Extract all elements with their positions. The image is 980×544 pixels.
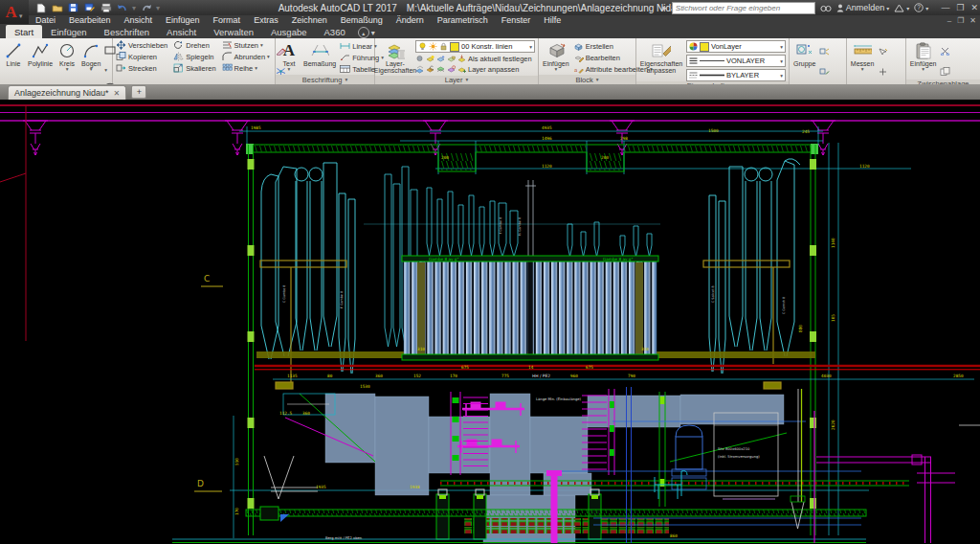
maximize-button[interactable]: ❐ [956, 3, 964, 12]
undo-caret-icon[interactable]: ▾ [132, 4, 136, 12]
undo-button[interactable] [116, 2, 128, 13]
panel-foot-layer[interactable]: Layer▾ [375, 76, 538, 84]
skalieren-button[interactable]: Skalieren [173, 63, 215, 73]
bogen-button[interactable]: Bogen▾ [80, 40, 101, 74]
doc-close-button[interactable]: ✕ [969, 16, 976, 25]
drehen-button[interactable]: Drehen [173, 40, 215, 50]
tab-ansicht[interactable]: Ansicht [158, 25, 205, 38]
reihe-button[interactable]: Reihe▾ [222, 63, 270, 73]
layer-anpassen-button[interactable]: Layer anpassen [468, 65, 519, 74]
menu-aendern[interactable]: Ändern [390, 15, 431, 25]
a360-icon[interactable]: ▾ [894, 4, 909, 12]
tab-einfuegen[interactable]: Einfügen [42, 25, 96, 38]
group-edit-icon-button[interactable] [819, 62, 830, 79]
help-search-box[interactable] [672, 2, 815, 14]
search-binoculars-icon[interactable] [820, 4, 832, 12]
color-caret-icon[interactable]: ▾ [780, 44, 783, 50]
file-tab-close-icon[interactable]: ✕ [114, 89, 121, 98]
menu-parametrisch[interactable]: Parametrisch [431, 15, 495, 25]
stutzen-button[interactable]: Stutzen▾ [222, 40, 270, 50]
kopieren-button[interactable]: Kopieren [116, 52, 167, 61]
polylinie-button[interactable]: Polylinie [27, 40, 54, 68]
panel-foot-beschriftung[interactable]: Beschriftung▾ [276, 75, 374, 84]
panel-foot-block[interactable]: Block▾ [539, 75, 635, 84]
save-button[interactable] [67, 2, 79, 13]
eigenschaften-anpassen-button[interactable]: Eigenschaften anpassen [639, 40, 683, 76]
search-input[interactable] [673, 4, 814, 12]
layer-match-icon[interactable] [415, 65, 424, 74]
text-button[interactable]: A Text▾ [278, 40, 300, 74]
quick-select-icon-button[interactable] [878, 42, 888, 59]
help-icon[interactable]: ?▾ [914, 3, 928, 12]
block-einfuegen-button[interactable]: Einfügen▾ [542, 40, 570, 74]
spiegeln-button[interactable]: Spiegeln [173, 52, 215, 61]
layer-freeze-icon[interactable] [436, 55, 445, 63]
menu-hilfe[interactable]: Hilfe [537, 15, 568, 25]
layer-combo[interactable]: 00 Konstr. linien ▾ [415, 40, 535, 53]
als-aktuell-festlegen-button[interactable]: Als aktuell festlegen [468, 55, 532, 63]
open-file-button[interactable] [51, 2, 63, 13]
doc-restore-button[interactable]: ❐ [957, 16, 964, 25]
tab-a360[interactable]: A360 [316, 25, 354, 38]
messen-button[interactable]: Messen▾ [850, 40, 876, 74]
lineweight-combo[interactable]: BYLAYER ▾ [686, 69, 786, 81]
menu-datei[interactable]: Datei [29, 15, 62, 25]
layer-isolate-icon[interactable] [426, 55, 434, 63]
layer-eigenschaften-button[interactable]: Layer-Eigenschaften [378, 40, 412, 76]
strecken-button[interactable]: Strecken [116, 63, 167, 73]
tab-ausgabe[interactable]: Ausgabe [262, 25, 316, 38]
ribbon-collapse-button[interactable]: ▴ [358, 27, 369, 38]
menu-fenster[interactable]: Fenster [495, 15, 538, 25]
layer-off-icon[interactable] [415, 55, 424, 63]
verschieben-button[interactable]: Verschieben [116, 40, 167, 50]
point-icon-button[interactable] [878, 62, 888, 79]
tab-beschriften[interactable]: Beschriften [96, 25, 159, 38]
menu-extras[interactable]: Extras [247, 15, 285, 25]
menu-bemassung[interactable]: Bemaßung [334, 15, 390, 25]
signin-control[interactable]: Anmelden ▾ [836, 3, 890, 12]
layer-combo-caret-icon[interactable]: ▾ [529, 44, 532, 50]
menu-einfuegen[interactable]: Einfügen [159, 15, 207, 25]
search-arrow-icon[interactable]: ▸ [662, 3, 667, 12]
tab-start[interactable]: Start [6, 25, 42, 38]
layer-lock-toggle-icon[interactable] [447, 55, 456, 63]
minimize-button[interactable]: — [941, 3, 949, 12]
layer-adjust-icon[interactable] [457, 65, 466, 74]
menu-ansicht[interactable]: Ansicht [118, 15, 160, 25]
menu-zeichnen[interactable]: Zeichnen [285, 15, 334, 25]
color-combo[interactable]: VonLayer ▾ [686, 40, 786, 53]
new-file-button[interactable] [34, 2, 47, 13]
linetype-combo[interactable]: VONLAYER ▾ [686, 55, 786, 67]
tab-verwalten[interactable]: Verwalten [205, 25, 262, 38]
linie-button[interactable]: Linie [3, 40, 24, 68]
gruppe-button[interactable]: Gruppe [792, 40, 816, 68]
make-current-icon[interactable] [457, 55, 466, 63]
doc-minimize-button[interactable]: – [947, 16, 951, 25]
acad-app-button[interactable]: A ▼ [0, 0, 29, 24]
ribbon-collapse-caret-icon[interactable]: ▾ [371, 29, 375, 37]
new-drawing-tab-button[interactable]: + [131, 85, 146, 99]
abrunden-button[interactable]: Abrunden▾ [222, 52, 270, 61]
close-button[interactable]: ✕ [970, 3, 978, 12]
menu-format[interactable]: Format [207, 15, 248, 25]
bemassung-button[interactable]: Bemaßung [302, 40, 337, 68]
cut-icon-button[interactable] [940, 42, 950, 59]
layer-prev-icon[interactable] [426, 65, 434, 74]
drawing-canvas[interactable]: Gambe 8 av g° Gambe 8 av g° [0, 100, 980, 544]
qat-customize-caret-icon[interactable]: ▾ [156, 4, 160, 12]
ungroup-icon-button[interactable] [819, 42, 830, 59]
paste-button[interactable]: Einfügen▾ [909, 40, 938, 74]
menu-bearbeiten[interactable]: Bearbeiten [62, 15, 118, 25]
plot-button[interactable] [100, 2, 112, 13]
layer-freeze-other-icon[interactable] [447, 65, 456, 74]
redo-button[interactable] [140, 2, 152, 13]
file-tab-anlagezeichnung[interactable]: Anlagezeichnung Nidau* ✕ [8, 85, 126, 100]
copy-clip-icon-button[interactable] [940, 62, 950, 79]
dimension-icon [310, 41, 329, 60]
lineweight-caret-icon[interactable]: ▾ [780, 73, 783, 79]
kreis-button[interactable]: Kreis▾ [56, 40, 78, 74]
scale-icon [173, 63, 184, 73]
layer-walk-icon[interactable] [436, 65, 445, 74]
save-as-button[interactable] [83, 2, 96, 13]
linetype-caret-icon[interactable]: ▾ [780, 58, 783, 64]
